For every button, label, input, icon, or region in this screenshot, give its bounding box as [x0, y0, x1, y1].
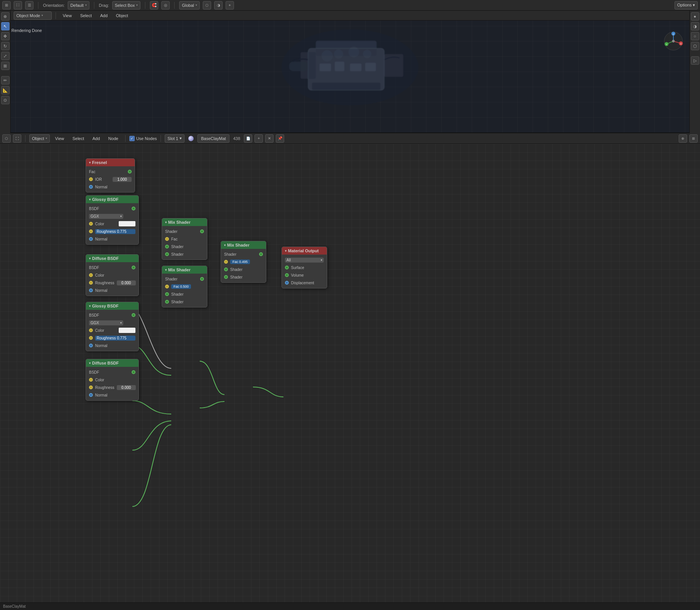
delete-material-btn[interactable]: ✕: [265, 134, 274, 143]
gizmo-btn[interactable]: ⌖: [226, 1, 234, 10]
orientation-dropdown[interactable]: Default ▾: [68, 1, 89, 10]
diffuse2-collapse-icon[interactable]: ▾: [89, 362, 91, 365]
fresnel-fac-socket[interactable]: [128, 170, 132, 174]
node-mode-dropdown[interactable]: Object ▾: [29, 134, 50, 143]
diffuse1-roughness-socket[interactable]: [89, 281, 93, 285]
mix1-out-socket[interactable]: [200, 229, 204, 233]
mix3-out-socket[interactable]: [259, 252, 263, 256]
glossy1-color-socket[interactable]: [89, 222, 93, 226]
editor-type-btn[interactable]: ⊞: [2, 1, 11, 10]
fresnel-ior-socket[interactable]: [89, 177, 93, 181]
navigation-gizmo[interactable]: Z X Y: [662, 30, 685, 53]
mix2-shader1-socket[interactable]: [165, 292, 169, 296]
mix2-out-socket[interactable]: [200, 277, 204, 281]
fresnel-node[interactable]: ▾ Fresnel Fac IOR 1.000 Normal: [86, 158, 135, 193]
glossy2-roughness-value[interactable]: Roughness 0.775: [95, 336, 135, 341]
glossy2-color-socket[interactable]: [89, 328, 93, 332]
new-material-btn[interactable]: +: [255, 134, 263, 143]
glossy2-color-swatch[interactable]: [119, 328, 135, 333]
glossy2-roughness-socket[interactable]: [89, 336, 93, 340]
options-icon-btn[interactable]: ☰: [25, 1, 33, 10]
overlay-btn[interactable]: ◑: [214, 1, 223, 10]
diffuse2-roughness-value[interactable]: 0.000: [117, 385, 136, 390]
mix3-fac-socket[interactable]: [224, 260, 228, 264]
glossy2-normal-socket[interactable]: [89, 344, 93, 347]
mat-out-all-dropdown[interactable]: All ▾: [285, 258, 324, 263]
diffuse1-collapse-icon[interactable]: ▾: [89, 257, 91, 260]
glossy1-color-swatch[interactable]: [119, 221, 135, 226]
view-btn[interactable]: View: [60, 13, 75, 19]
diffuse1-roughness-value[interactable]: 0.000: [117, 280, 136, 285]
glossy1-bsdf-socket[interactable]: [132, 207, 135, 210]
zoom-in-btn[interactable]: ⊕: [679, 134, 687, 143]
xray-btn[interactable]: ⬡: [203, 1, 211, 10]
diffuse2-bsdf-socket[interactable]: [132, 370, 135, 374]
mix3-shader2-socket[interactable]: [224, 275, 228, 279]
mix3-fac-value[interactable]: Fac 0.495: [230, 260, 250, 264]
node-select-btn[interactable]: Select: [69, 135, 87, 142]
use-nodes-checkbox[interactable]: ✓: [129, 136, 135, 141]
rotate-tool[interactable]: ↻: [1, 42, 10, 50]
extra-tool[interactable]: ⊙: [1, 96, 10, 104]
diffuse1-normal-socket[interactable]: [89, 288, 93, 292]
browse-material-btn[interactable]: 📄: [244, 134, 252, 143]
glossy2-bsdf-socket[interactable]: [132, 313, 135, 317]
mat-out-displacement-socket[interactable]: [285, 281, 289, 285]
node-view-btn[interactable]: View: [52, 135, 67, 142]
mix1-collapse-icon[interactable]: ▾: [165, 221, 167, 224]
global-dropdown[interactable]: Global ▾: [179, 1, 200, 10]
glossy2-collapse-icon[interactable]: ▾: [89, 304, 91, 308]
select-btn[interactable]: Select: [77, 13, 95, 19]
measure-tool[interactable]: 📐: [1, 86, 10, 94]
view-toggle-btn[interactable]: ⊞: [689, 134, 698, 143]
snap-btn[interactable]: 🧲: [150, 1, 158, 10]
full-screen-btn[interactable]: ⛶: [14, 1, 22, 10]
glossy2-dist-dropdown[interactable]: GGX ▾: [89, 320, 123, 325]
add-btn[interactable]: Add: [97, 13, 111, 19]
cursor-tool[interactable]: ⊕: [1, 12, 10, 21]
mix-shader-2-node[interactable]: ▾ Mix Shader Shader Fac 0.500 Shader Sha…: [162, 266, 207, 307]
material-preview-btn[interactable]: ◑: [691, 22, 699, 30]
glossy-bsdf-2-node[interactable]: ▾ Glossy BSDF BSDF GGX ▾ Color: [86, 302, 139, 351]
material-name-field[interactable]: BaseClayMat: [197, 134, 229, 143]
node-editor-type-btn[interactable]: ⬡: [2, 134, 11, 143]
mix-shader-3-node[interactable]: ▾ Mix Shader Shader Fac 0.495 Shader Sha…: [221, 241, 266, 283]
node-node-btn[interactable]: Node: [105, 135, 121, 142]
options-dropdown[interactable]: Options ▾: [675, 1, 698, 10]
object-btn[interactable]: Object: [113, 13, 131, 19]
diffuse1-bsdf-socket[interactable]: [132, 266, 135, 269]
mat-out-surface-socket[interactable]: [285, 266, 289, 269]
mix-shader-1-node[interactable]: ▾ Mix Shader Shader Fac Shader Shader: [162, 218, 207, 260]
node-add-btn[interactable]: Add: [89, 135, 103, 142]
wireframe-btn[interactable]: ⬡: [691, 42, 699, 50]
slot-dropdown[interactable]: Slot 1 ▾: [165, 134, 185, 143]
mix2-collapse-icon[interactable]: ▾: [165, 268, 167, 272]
mix2-shader2-socket[interactable]: [165, 300, 169, 304]
mode-dropdown[interactable]: Object Mode ▾: [14, 11, 52, 20]
diffuse-bsdf-2-node[interactable]: ▾ Diffuse BSDF BSDF Color Roughness 0.00…: [86, 359, 139, 401]
solid-view-btn[interactable]: ○: [691, 32, 699, 40]
diffuse2-color-socket[interactable]: [89, 378, 93, 382]
mat-out-collapse-icon[interactable]: ▾: [285, 249, 286, 253]
mix1-shader1-socket[interactable]: [165, 245, 169, 248]
glossy1-collapse-icon[interactable]: ▾: [89, 198, 91, 201]
proportional-btn[interactable]: ◎: [161, 1, 170, 10]
material-output-node[interactable]: ▾ Material Output All ▾ Surface Volume D…: [282, 247, 327, 288]
glossy1-roughness-socket[interactable]: [89, 229, 93, 233]
pin-material-btn[interactable]: 📌: [276, 134, 284, 143]
mix1-fac-socket[interactable]: [165, 237, 169, 241]
mix3-shader1-socket[interactable]: [224, 268, 228, 271]
mix3-collapse-icon[interactable]: ▾: [224, 244, 226, 247]
fresnel-normal-socket[interactable]: [89, 185, 93, 189]
sidebar-toggle[interactable]: ▷: [691, 56, 699, 65]
diffuse2-normal-socket[interactable]: [89, 393, 93, 397]
node-editor-canvas[interactable]: ▾ Fresnel Fac IOR 1.000 Normal ▾ Glossy …: [0, 144, 700, 602]
transform-tool[interactable]: ⊞: [1, 62, 10, 70]
mix2-fac-socket[interactable]: [165, 285, 169, 288]
mix2-fac-value[interactable]: Fac 0.500: [171, 284, 191, 289]
fresnel-ior-value[interactable]: 1.000: [113, 177, 132, 182]
use-nodes-toggle[interactable]: ✓ Use Nodes: [129, 136, 157, 141]
glossy1-dist-dropdown[interactable]: GGX ▾: [89, 214, 123, 219]
diffuse-bsdf-1-node[interactable]: ▾ Diffuse BSDF BSDF Color Roughness 0.00…: [86, 254, 139, 296]
glossy-bsdf-1-node[interactable]: ▾ Glossy BSDF BSDF GGX ▾ Color: [86, 195, 139, 245]
